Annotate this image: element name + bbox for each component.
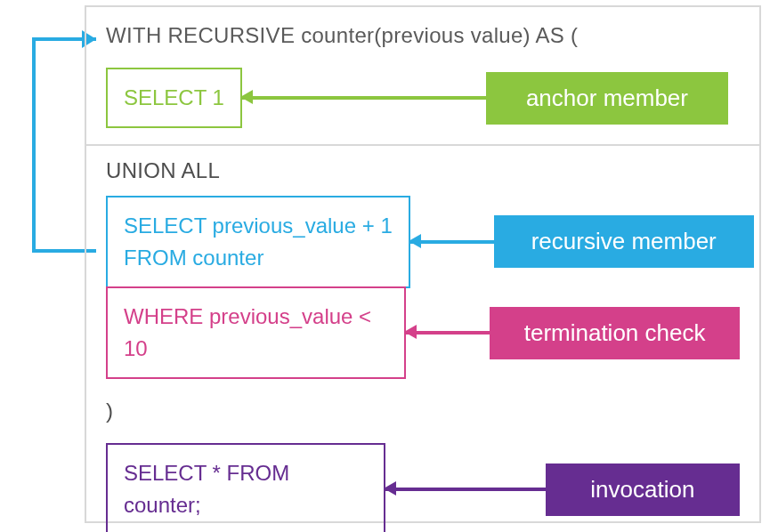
anchor-label: anchor member bbox=[486, 72, 728, 125]
recursive-row: SELECT previous_value + 1 FROM counter r… bbox=[106, 196, 740, 288]
invocation-row: SELECT * FROM counter; invocation bbox=[106, 443, 740, 532]
invocation-arrow bbox=[385, 488, 546, 491]
termination-row: WHERE previous_value < 10 termination ch… bbox=[106, 286, 740, 379]
final-select-box: SELECT * FROM counter; bbox=[106, 443, 385, 532]
anchor-region: WITH RECURSIVE counter(previous value) A… bbox=[86, 7, 759, 146]
union-all-line: UNION ALL bbox=[106, 158, 740, 183]
termination-arrow bbox=[406, 331, 490, 335]
recursive-arrow bbox=[410, 240, 494, 244]
where-box: WHERE previous_value < 10 bbox=[106, 286, 406, 379]
recursive-label: recursive member bbox=[494, 215, 754, 268]
anchor-row: SELECT 1 anchor member bbox=[106, 68, 740, 128]
recursive-select-box: SELECT previous_value + 1 FROM counter bbox=[106, 196, 410, 288]
termination-label: termination check bbox=[490, 307, 740, 359]
invocation-label: invocation bbox=[546, 463, 740, 516]
anchor-select-box: SELECT 1 bbox=[106, 68, 242, 128]
diagram-container: WITH RECURSIVE counter(previous value) A… bbox=[85, 5, 761, 523]
close-paren-line: ) bbox=[106, 399, 740, 423]
with-recursive-line: WITH RECURSIVE counter(previous value) A… bbox=[106, 23, 740, 48]
anchor-arrow bbox=[242, 96, 486, 100]
